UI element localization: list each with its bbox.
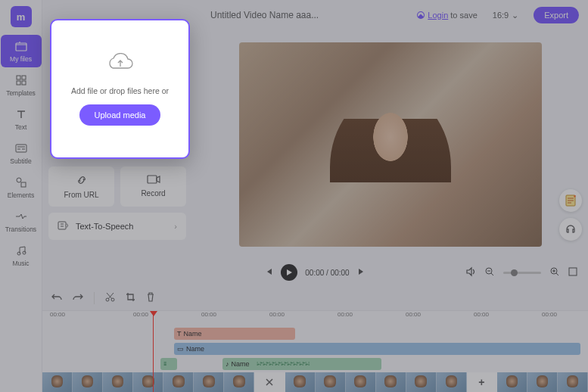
support-tool[interactable]	[559, 218, 582, 241]
frame-thumb[interactable]	[224, 372, 254, 392]
edit-toolbar	[42, 286, 588, 310]
svg-rect-11	[58, 222, 66, 229]
track-video[interactable]: ▭Name	[174, 343, 580, 355]
split-marker[interactable]	[254, 372, 285, 392]
export-button[interactable]: Export	[534, 7, 579, 23]
transitions-icon	[14, 210, 28, 223]
svg-rect-4	[22, 81, 26, 85]
link-icon	[76, 174, 88, 188]
sidebar-item-transitions[interactable]: Transitions	[1, 205, 42, 238]
frame-thumb[interactable]	[558, 372, 588, 392]
record-icon	[147, 174, 160, 186]
zoom-in-icon[interactable]	[550, 267, 559, 278]
sidebar-label: My files	[10, 55, 32, 63]
frame-thumb[interactable]	[376, 372, 406, 392]
svg-point-6	[17, 178, 21, 182]
files-icon	[14, 39, 28, 53]
sidebar-item-text[interactable]: Text	[1, 103, 42, 135]
sidebar-label: Subtitle	[10, 157, 31, 165]
svg-rect-7	[21, 182, 26, 187]
volume-icon[interactable]	[465, 266, 476, 278]
text-track-icon: T	[177, 330, 182, 338]
sidebar-item-subtitle[interactable]: Subtitle	[1, 137, 42, 170]
aspect-ratio-select[interactable]: 16:9⌄	[485, 8, 526, 23]
fit-icon[interactable]	[568, 267, 577, 278]
undo-button[interactable]	[51, 291, 62, 305]
upload-hint: Add file or drop files here or	[71, 86, 169, 95]
frame-thumb[interactable]	[497, 372, 527, 392]
subtitle-icon	[14, 142, 28, 155]
sidebar-label: Text	[15, 123, 27, 131]
track-audio-clip[interactable]: ⁞⁞⁞	[160, 358, 177, 370]
upload-media-button[interactable]: Upload media	[79, 104, 161, 126]
from-url-option[interactable]: From URL	[48, 166, 114, 207]
waveform-icon: ⁞⁞⁞	[163, 361, 166, 367]
chevron-down-icon: ⌄	[512, 11, 518, 20]
svg-rect-10	[148, 176, 157, 183]
time-display: 00:00 / 00:00	[305, 269, 349, 277]
audio-track-icon: ♪	[226, 360, 229, 368]
login-link[interactable]: Login	[428, 11, 448, 20]
sidebar-item-elements[interactable]: Elements	[1, 171, 42, 204]
prev-button[interactable]	[264, 267, 273, 278]
sidebar-label: Music	[12, 260, 29, 267]
play-button[interactable]	[281, 264, 297, 281]
svg-rect-5	[16, 145, 26, 152]
tts-icon	[58, 220, 70, 232]
frame-thumb[interactable]	[285, 372, 316, 392]
svg-rect-1	[17, 76, 20, 79]
playhead[interactable]	[153, 311, 154, 392]
sidebar-label: Templates	[6, 89, 36, 97]
cloud-upload-icon	[107, 53, 134, 77]
add-frame-button[interactable]: +	[467, 372, 497, 392]
filmstrip[interactable]: +	[42, 372, 588, 392]
record-option[interactable]: Record	[120, 166, 186, 207]
frame-thumb[interactable]	[527, 372, 558, 392]
templates-icon	[14, 73, 28, 87]
svg-rect-14	[569, 268, 577, 275]
sidebar-item-templates[interactable]: Templates	[1, 69, 42, 101]
timeline[interactable]: 00:00 00:00 00:00 00:00 00:00 00:00 00:0…	[42, 310, 588, 392]
delete-button[interactable]	[146, 291, 155, 305]
frame-thumb[interactable]	[346, 372, 376, 392]
sidebar-item-music[interactable]: Music	[1, 239, 42, 272]
app-logo[interactable]: m	[11, 6, 32, 27]
elements-icon	[14, 176, 28, 189]
frame-thumb[interactable]	[103, 372, 133, 392]
playback-controls: 00:00 / 00:00	[42, 259, 588, 286]
frame-thumb[interactable]	[73, 372, 103, 392]
chevron-right-icon: ›	[174, 222, 177, 231]
svg-rect-3	[17, 81, 20, 85]
project-title[interactable]: Untitled Video Name aaa...	[210, 10, 409, 20]
preview-frame[interactable]	[239, 42, 542, 247]
cut-button[interactable]	[105, 291, 115, 305]
frame-thumb[interactable]	[163, 372, 194, 392]
login-hint: Login to save	[416, 11, 478, 20]
frame-thumb[interactable]	[406, 372, 437, 392]
sidebar-label: Transitions	[5, 226, 36, 233]
next-button[interactable]	[357, 267, 366, 278]
zoom-slider[interactable]	[503, 272, 541, 274]
track-text[interactable]: TName	[174, 328, 295, 340]
frame-thumb[interactable]	[437, 372, 467, 392]
svg-rect-2	[22, 76, 26, 79]
time-ruler[interactable]: 00:00 00:00 00:00 00:00 00:00 00:00 00:0…	[42, 311, 588, 325]
video-track-icon: ▭	[177, 345, 184, 353]
sidebar: m My files Templates Text Subtitle Eleme…	[0, 0, 42, 392]
notes-tool[interactable]	[559, 189, 582, 212]
text-icon	[14, 107, 28, 121]
zoom-out-icon[interactable]	[485, 267, 494, 278]
frame-thumb[interactable]	[42, 372, 73, 392]
track-audio[interactable]: ♪Name⁞₊⁞⁺⁞₊⁞⁺⁞₊⁞⁺⁞₊⁞⁺⁞₊⁞⁺⁞₊⁞⁺⁞₊⁞⁺⁞₊⁞⁺⁞₊⁞	[222, 358, 381, 370]
frame-thumb[interactable]	[316, 372, 346, 392]
upload-popup: Add file or drop files here or Upload me…	[50, 19, 190, 159]
crop-button[interactable]	[126, 291, 135, 305]
frame-thumb[interactable]	[133, 372, 163, 392]
redo-button[interactable]	[73, 291, 83, 305]
floating-tools	[559, 189, 582, 241]
preview-area	[192, 30, 588, 259]
sidebar-label: Elements	[8, 191, 34, 199]
text-to-speech-option[interactable]: Text-To-Speech ›	[48, 213, 186, 240]
frame-thumb[interactable]	[194, 372, 224, 392]
sidebar-item-my-files[interactable]: My files	[1, 35, 42, 67]
